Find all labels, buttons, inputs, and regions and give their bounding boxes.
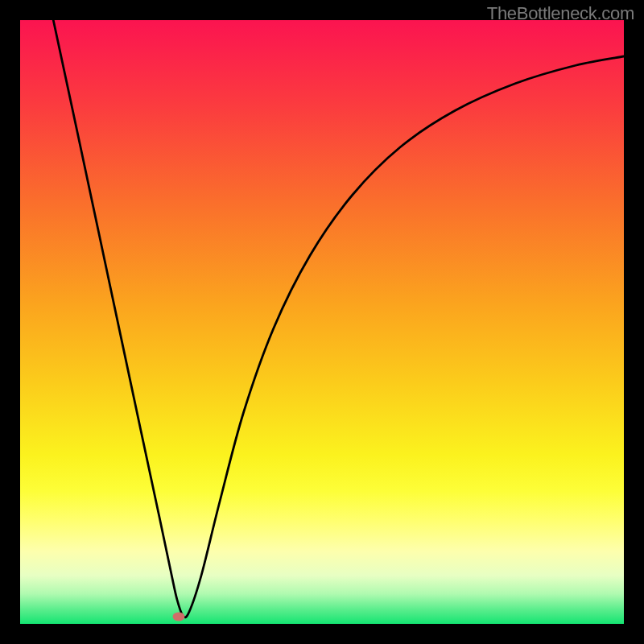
bottleneck-curve <box>53 20 624 617</box>
minimum-marker <box>172 613 184 621</box>
watermark-text: TheBottleneck.com <box>487 3 634 24</box>
plot-area <box>20 20 624 624</box>
curve-svg <box>20 20 624 624</box>
